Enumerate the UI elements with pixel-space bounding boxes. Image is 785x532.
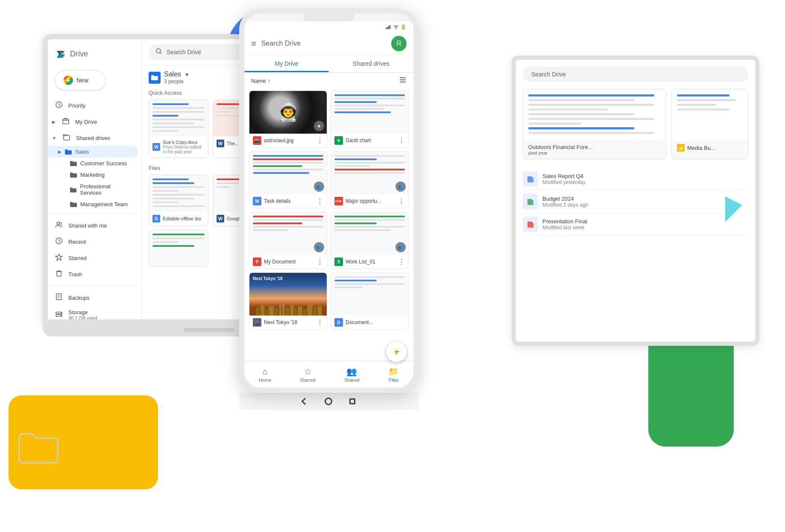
file-card-row3[interactable]: [149, 230, 208, 267]
sidebar-item-trash[interactable]: Trash: [48, 266, 138, 282]
desktop-icon-wrap-3: [523, 216, 538, 232]
shared-drives-chevron[interactable]: ▼: [51, 135, 57, 141]
sort-label[interactable]: Name ↑: [251, 78, 270, 84]
sort-label-text: Name: [251, 78, 266, 84]
desktop-row-name-2: Budget 2024: [542, 196, 588, 202]
chevron-down-icon: ▼: [185, 72, 190, 78]
mobile-avatar[interactable]: R: [391, 36, 407, 51]
work-list-name: Work List_01: [346, 259, 375, 265]
sidebar-item-shared-with-me[interactable]: Shared with me: [48, 217, 138, 234]
slides-icon: P: [253, 257, 261, 266]
desktop-card-1[interactable]: Outdoors Financial Fore... past year: [523, 89, 666, 159]
sidebar-item-backups[interactable]: Backups: [48, 289, 138, 306]
preview-row3-lines: [152, 234, 205, 249]
desktop-file-row-3[interactable]: Presentation Final Modified last week: [523, 213, 748, 236]
sidebar-item-marketing[interactable]: ▶ Marketing: [48, 169, 138, 181]
desktop-file-row-2[interactable]: Budget 2024 Modified 2 days ago: [523, 190, 748, 213]
mobile-file-task-details[interactable]: 👥 W Task details ⋮: [249, 151, 327, 208]
sidebar-item-priority[interactable]: Priority: [48, 97, 138, 114]
tab-my-drive[interactable]: My Drive: [244, 55, 329, 72]
home-icon: ⌂: [262, 367, 267, 377]
sidebar-item-professional-services[interactable]: ▶ Professional Services: [48, 181, 138, 199]
fab-add-button[interactable]: +: [386, 342, 407, 362]
my-drive-label: My Drive: [75, 119, 97, 125]
mobile-file-work-list[interactable]: 👥 X Work List_01 ⋮: [331, 212, 409, 269]
new-button[interactable]: + New: [55, 70, 106, 91]
home-button[interactable]: [325, 398, 332, 405]
tab-shared-drives[interactable]: Shared drives: [329, 55, 413, 72]
desktop-file-rows: Sales Report Q4 Modified yesterday Budge…: [523, 168, 748, 236]
desktop-file-row-1[interactable]: Sales Report Q4 Modified yesterday: [523, 168, 748, 190]
svg-rect-21: [400, 79, 406, 80]
home-nav-label: Home: [259, 377, 271, 379]
nav-starred[interactable]: ☆ Starred: [295, 365, 321, 378]
fab-plus-icon: +: [393, 346, 399, 358]
sales-label: Sales: [75, 149, 89, 155]
major-more-icon[interactable]: ⋮: [398, 197, 405, 205]
desktop-search-bar[interactable]: Search Drive: [523, 67, 748, 82]
mobile-file-astronaut[interactable]: ★ 📷 astronaut.jpg ⋮: [249, 91, 327, 148]
astronaut-left: 📷 astronaut.jpg: [253, 136, 316, 145]
back-button[interactable]: [302, 398, 309, 405]
mobile-file-major[interactable]: 👥 PDF Major opportu... ⋮: [331, 151, 409, 208]
sidebar-item-customer-success[interactable]: ▶ Customer Success: [48, 158, 138, 169]
group-badge-document: 👥: [314, 242, 324, 252]
mobile-file-empty[interactable]: D Document...: [331, 272, 409, 330]
sidebar-item-my-drive[interactable]: ▶ My Drive: [48, 114, 138, 130]
shared-drives-icon: [62, 133, 71, 143]
mobile-file-gantt[interactable]: + Gantt chart ⋮: [331, 91, 409, 148]
task-details-preview: 👥: [249, 152, 327, 194]
breadcrumb-folder-icon: [149, 72, 161, 84]
nav-files[interactable]: 📁 Files: [383, 365, 404, 378]
file-meta-sues-copy: Priya Sharma edited in the past year: [163, 145, 205, 154]
sidebar-item-recent[interactable]: Recent: [48, 234, 138, 250]
list-view-icon[interactable]: [399, 76, 407, 86]
astronaut-more-icon[interactable]: ⋮: [316, 137, 323, 145]
astronaut-name: astronaut.jpg: [264, 137, 293, 143]
file-name-sues-copy: Sue's Copy.docx: [163, 140, 201, 145]
desktop-row-name-1: Sales Report Q4: [542, 173, 586, 179]
mobile-search-text[interactable]: Search Drive: [261, 40, 386, 47]
desktop-icon-wrap-2: [523, 194, 538, 209]
backups-icon: [55, 293, 63, 302]
work-list-preview: 👥: [331, 212, 408, 255]
desktop-row-info-3: Presentation Final Modified last week: [542, 218, 587, 231]
nav-shared[interactable]: 👥 Shared: [339, 365, 364, 378]
sort-direction-icon: ↑: [268, 78, 271, 84]
sidebar-item-storage[interactable]: Storage 30.7 GB used: [48, 306, 138, 324]
gantt-more-icon[interactable]: ⋮: [398, 137, 405, 145]
my-document-more-icon[interactable]: ⋮: [316, 258, 323, 266]
svg-rect-20: [400, 77, 406, 78]
mobile-file-tokyo[interactable]: Next Tokyo '18: [249, 272, 327, 330]
my-drive-chevron[interactable]: ▶: [51, 119, 56, 125]
work-list-more-icon[interactable]: ⋮: [398, 258, 405, 266]
group-badge-work: 👥: [395, 242, 406, 252]
docs-icon-task: W: [253, 197, 261, 205]
recent-button[interactable]: [349, 398, 355, 404]
desktop-icon-wrap-1: [523, 171, 538, 187]
empty-left: D Document...: [334, 318, 405, 327]
tokyo-name: Next Tokyo '18: [264, 319, 297, 325]
sales-expand-btn[interactable]: ▶: [58, 149, 62, 154]
nav-home[interactable]: ⌂ Home: [254, 365, 276, 379]
desktop-card-2[interactable]: 📁 Media Bu...: [671, 89, 748, 159]
sidebar-item-starred[interactable]: Starred: [48, 250, 138, 266]
hamburger-menu-icon[interactable]: ≡: [251, 39, 256, 49]
tokyo-more-icon[interactable]: ⋮: [316, 319, 323, 327]
sidebar-item-management-team[interactable]: ▶ Management Team: [48, 199, 138, 210]
sidebar-item-sales[interactable]: ▶ Sales: [48, 146, 138, 158]
sidebar-item-shared-drives[interactable]: ▼ Shared drives: [48, 130, 138, 146]
file-card-sues-copy[interactable]: W Sue's Copy.docx Priya Sharma edited in…: [149, 99, 208, 158]
task-left: W Task details: [253, 197, 316, 205]
major-info: PDF Major opportu... ⋮: [331, 194, 408, 208]
svg-rect-30: [285, 307, 290, 316]
sidebar-logo: Drive: [48, 44, 141, 67]
task-more-icon[interactable]: ⋮: [316, 197, 323, 205]
work-list-info: X Work List_01 ⋮: [331, 255, 408, 269]
google-docs-icon: D: [152, 215, 160, 222]
trash-label: Trash: [68, 271, 82, 278]
mobile-file-my-document[interactable]: 👥 P My Document ⋮: [249, 212, 327, 269]
file-card-editable[interactable]: D Editable offline doc...: [149, 175, 208, 226]
svg-point-4: [57, 222, 59, 225]
sidebar-divider-1: [48, 213, 141, 214]
